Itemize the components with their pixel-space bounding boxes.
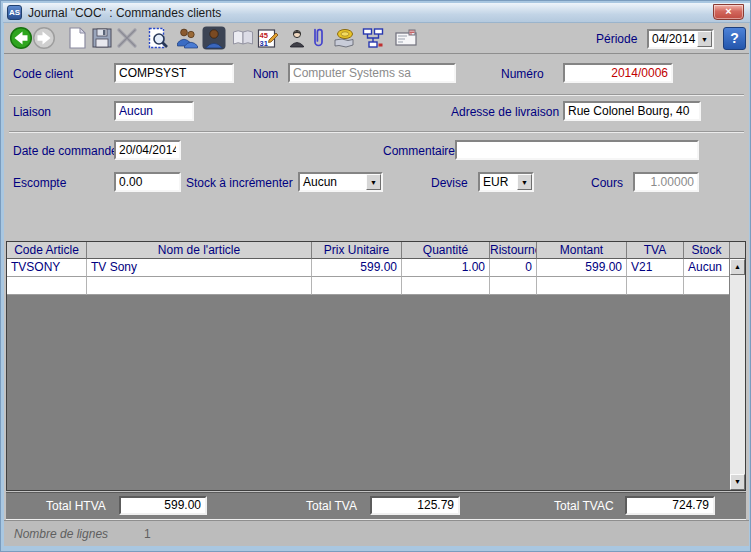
column-header-nom-article: Nom de l'article bbox=[87, 242, 312, 259]
cell-empty[interactable] bbox=[490, 277, 537, 295]
column-header-stock: Stock bbox=[684, 242, 729, 259]
back-button[interactable] bbox=[9, 26, 33, 50]
code-client-field[interactable] bbox=[114, 63, 234, 83]
cours-label: Cours bbox=[591, 176, 623, 190]
email-icon bbox=[394, 26, 418, 50]
catalog-icon bbox=[231, 26, 255, 50]
escompte-field[interactable] bbox=[114, 172, 181, 192]
back-icon bbox=[9, 26, 33, 50]
save-button[interactable] bbox=[90, 26, 114, 50]
chevron-down-icon[interactable]: ▼ bbox=[517, 174, 532, 190]
total-tvac-label: Total TVAC bbox=[554, 499, 614, 513]
table-row-empty bbox=[7, 277, 729, 295]
chevron-down-icon[interactable]: ▼ bbox=[366, 174, 381, 190]
catalog-button[interactable] bbox=[231, 26, 255, 50]
cell-prix-unitaire[interactable]: 599.00 bbox=[312, 259, 402, 277]
network-icon bbox=[361, 26, 385, 50]
toolbar: 4531 Période 04/2014 ▼ ? bbox=[4, 23, 749, 54]
cours-field bbox=[633, 172, 699, 192]
svg-text:31: 31 bbox=[260, 39, 268, 48]
column-header-tva: TVA bbox=[627, 242, 684, 259]
numero-field[interactable] bbox=[563, 63, 673, 83]
column-header-montant: Montant bbox=[537, 242, 627, 259]
network-button[interactable] bbox=[361, 26, 385, 50]
client-detail-button[interactable] bbox=[202, 26, 226, 50]
payment-icon bbox=[332, 26, 356, 50]
period-value: 04/2014 bbox=[649, 31, 697, 47]
save-icon bbox=[90, 26, 114, 50]
total-htva-value: 599.00 bbox=[119, 496, 207, 515]
total-htva-label: Total HTVA bbox=[46, 499, 106, 513]
line-count-value: 1 bbox=[144, 527, 151, 541]
close-button[interactable]: × bbox=[713, 4, 744, 20]
cell-empty[interactable] bbox=[684, 277, 729, 295]
calendar-edit-icon: 4531 bbox=[256, 26, 280, 50]
help-button[interactable]: ? bbox=[723, 27, 746, 50]
cell-quantite[interactable]: 1.00 bbox=[402, 259, 490, 277]
liaison-label: Liaison bbox=[13, 105, 51, 119]
period-combobox[interactable]: 04/2014 ▼ bbox=[647, 29, 714, 49]
grid-corner bbox=[729, 242, 745, 259]
total-tva-value: 125.79 bbox=[370, 496, 460, 515]
table-row: TVSONY TV Sony 599.00 1.00 0 599.00 V21 … bbox=[7, 259, 729, 277]
delete-button[interactable] bbox=[115, 26, 139, 50]
liaison-field[interactable] bbox=[114, 101, 194, 121]
column-header-quantite: Quantité bbox=[402, 242, 490, 259]
window-title: Journal "COC" : Commandes clients bbox=[28, 6, 221, 20]
attachment-icon bbox=[306, 26, 330, 50]
cell-empty[interactable] bbox=[402, 277, 490, 295]
cell-tva[interactable]: V21 bbox=[627, 259, 684, 277]
clients-icon bbox=[175, 26, 199, 50]
payment-button[interactable] bbox=[332, 26, 356, 50]
calendar-edit-button[interactable]: 4531 bbox=[256, 26, 280, 50]
cell-montant[interactable]: 599.00 bbox=[537, 259, 627, 277]
new-document-button[interactable] bbox=[65, 26, 89, 50]
new-document-icon bbox=[65, 26, 89, 50]
total-tva-label: Total TVA bbox=[306, 499, 357, 513]
commentaire-field[interactable] bbox=[455, 140, 699, 160]
delete-icon bbox=[115, 26, 139, 50]
scroll-down-icon[interactable]: ▼ bbox=[730, 474, 745, 490]
cell-ristourne[interactable]: 0 bbox=[490, 259, 537, 277]
column-header-ristourne: Ristourne bbox=[490, 242, 537, 259]
cell-empty[interactable] bbox=[627, 277, 684, 295]
forward-button[interactable] bbox=[32, 26, 56, 50]
cell-nom-article[interactable]: TV Sony bbox=[87, 259, 312, 277]
cell-empty[interactable] bbox=[7, 277, 87, 295]
devise-combobox[interactable]: EUR ▼ bbox=[478, 172, 534, 192]
stock-incrementer-combobox[interactable]: Aucun ▼ bbox=[298, 172, 383, 192]
stock-incrementer-value: Aucun bbox=[300, 174, 366, 190]
column-header-prix-unitaire: Prix Unitaire bbox=[312, 242, 402, 259]
cell-empty[interactable] bbox=[312, 277, 402, 295]
vertical-scrollbar[interactable]: ▲ ▼ bbox=[729, 259, 745, 490]
total-tvac-value: 724.79 bbox=[625, 496, 715, 515]
separator bbox=[9, 131, 744, 133]
column-header-code-article: Code Article bbox=[7, 242, 87, 259]
cell-stock[interactable]: Aucun bbox=[684, 259, 729, 277]
cell-empty[interactable] bbox=[87, 277, 312, 295]
devise-label: Devise bbox=[431, 176, 468, 190]
scroll-up-icon[interactable]: ▲ bbox=[730, 259, 745, 275]
email-button[interactable] bbox=[394, 26, 418, 50]
devise-value: EUR bbox=[480, 174, 517, 190]
search-button[interactable] bbox=[146, 26, 170, 50]
search-icon bbox=[146, 26, 170, 50]
cell-empty[interactable] bbox=[537, 277, 627, 295]
commentaire-label: Commentaire bbox=[383, 144, 455, 158]
chevron-down-icon[interactable]: ▼ bbox=[697, 31, 712, 47]
status-bar: Nombre de lignes 1 bbox=[4, 520, 749, 546]
nom-field bbox=[288, 63, 456, 83]
cell-code-article[interactable]: TVSONY bbox=[7, 259, 87, 277]
numero-label: Numéro bbox=[501, 67, 544, 81]
stock-incrementer-label: Stock à incrémenter bbox=[186, 176, 293, 190]
code-client-label: Code client bbox=[13, 67, 73, 81]
period-label: Période bbox=[596, 32, 637, 46]
separator bbox=[9, 94, 744, 96]
date-commande-field[interactable] bbox=[114, 140, 181, 160]
escompte-label: Escompte bbox=[13, 176, 66, 190]
forward-icon bbox=[32, 26, 56, 50]
adresse-livraison-field[interactable] bbox=[563, 101, 701, 121]
date-commande-label: Date de commande bbox=[13, 144, 118, 158]
clients-button[interactable] bbox=[175, 26, 199, 50]
attachment-button[interactable] bbox=[306, 26, 330, 50]
